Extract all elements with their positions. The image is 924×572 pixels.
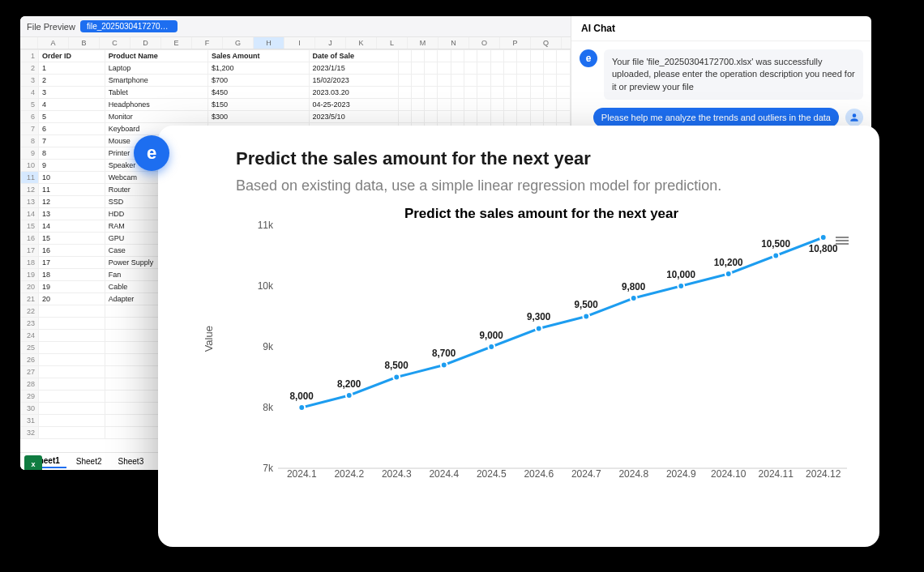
data-label: 8,500	[385, 360, 409, 371]
data-point[interactable]	[678, 283, 684, 289]
x-tick: 2024.1	[278, 468, 326, 493]
data-point[interactable]	[583, 314, 589, 320]
x-tick: 2024.3	[373, 468, 421, 493]
file-tab[interactable]: file_20250304172700....	[80, 20, 178, 32]
data-point[interactable]	[772, 253, 779, 259]
user-message-row: Please help me analyze the trends and ou…	[580, 108, 863, 127]
data-label: 8,000	[290, 391, 314, 402]
x-tick: 2024.4	[421, 468, 468, 493]
table-row[interactable]: 32Smartphone$70015/02/2023	[21, 75, 571, 87]
data-label: 10,800	[809, 243, 838, 254]
y-axis-label: Value	[203, 326, 215, 352]
y-tick: 11k	[258, 220, 273, 231]
x-tick: 2024.10	[705, 468, 753, 493]
file-tab-bar: File Preview file_20250304172700....	[20, 16, 571, 37]
data-label: 8,700	[432, 348, 456, 359]
assistant-message: e Your file 'file_20250304172700.xlsx' w…	[580, 49, 863, 100]
x-tick: 2024.12	[800, 468, 848, 493]
card-subtitle: Based on existing data, use a simple lin…	[236, 177, 847, 194]
data-point[interactable]	[298, 404, 305, 411]
excel-icon: x	[24, 455, 42, 470]
data-label: 9,800	[622, 281, 646, 292]
brand-avatar-icon: e	[134, 135, 169, 171]
chart-area: 8,0008,2008,5008,7009,0009,3009,5009,800…	[278, 225, 847, 468]
user-message: Please help me analyze the trends and ou…	[593, 108, 839, 127]
x-tick: 2024.2	[326, 468, 374, 493]
data-point[interactable]	[631, 295, 637, 301]
table-row[interactable]: 54Headphones$15004-25-2023	[21, 99, 571, 111]
file-preview-label: File Preview	[27, 22, 75, 32]
data-label: 10,200	[714, 257, 743, 268]
assistant-message-text: Your file 'file_20250304172700.xlsx' was…	[604, 49, 863, 100]
data-point[interactable]	[820, 234, 827, 241]
table-row[interactable]: 21Laptop$1,2002023/1/15	[21, 62, 571, 75]
sheet-tab[interactable]: Sheet3	[112, 455, 151, 467]
chart-plot: Value 7k8k9k10k11k 8,0008,2008,5008,7009…	[246, 225, 847, 493]
user-avatar-icon	[845, 109, 863, 126]
data-point[interactable]	[441, 362, 447, 369]
table-row[interactable]: 43Tablet$4502023.03.20	[21, 87, 571, 99]
data-label: 10,000	[666, 269, 695, 280]
data-point[interactable]	[346, 392, 353, 399]
chart-title: Predict the sales amount for the next ye…	[236, 206, 847, 222]
y-tick: 10k	[258, 280, 273, 292]
x-tick: 2024.11	[752, 468, 800, 493]
x-tick: 2024.9	[657, 468, 705, 493]
x-tick: 2024.6	[515, 468, 563, 493]
data-label: 9,300	[527, 311, 551, 322]
data-label: 9,000	[480, 330, 504, 341]
data-point[interactable]	[536, 326, 542, 332]
prediction-card: e Predict the sales amount for the next …	[158, 126, 879, 547]
x-tick: 2024.8	[610, 468, 658, 493]
data-label: 10,500	[761, 238, 790, 250]
data-label: 9,500	[575, 299, 599, 310]
x-tick: 2024.7	[563, 468, 610, 493]
data-label: 8,200	[337, 378, 361, 390]
data-point[interactable]	[725, 271, 732, 277]
column-header-row[interactable]: ABCDEFGHIJKLMNOPQ	[20, 37, 571, 49]
y-tick: 7k	[263, 463, 273, 474]
y-tick: 9k	[263, 341, 273, 352]
table-row[interactable]: 65Monitor$3002023/5/10	[21, 111, 571, 123]
sheet-tab[interactable]: Sheet2	[70, 455, 109, 467]
y-axis: 7k8k9k10k11k	[246, 225, 278, 468]
data-point[interactable]	[393, 374, 400, 381]
chat-header: AI Chat	[571, 16, 871, 41]
data-point[interactable]	[488, 344, 494, 350]
x-axis: 2024.12024.22024.32024.42024.52024.62024…	[278, 468, 847, 493]
card-title: Predict the sales amount for the next ye…	[236, 148, 847, 169]
chart-line	[302, 237, 823, 408]
x-tick: 2024.5	[468, 468, 515, 493]
assistant-avatar-icon: e	[580, 49, 597, 67]
y-tick: 8k	[263, 402, 273, 413]
